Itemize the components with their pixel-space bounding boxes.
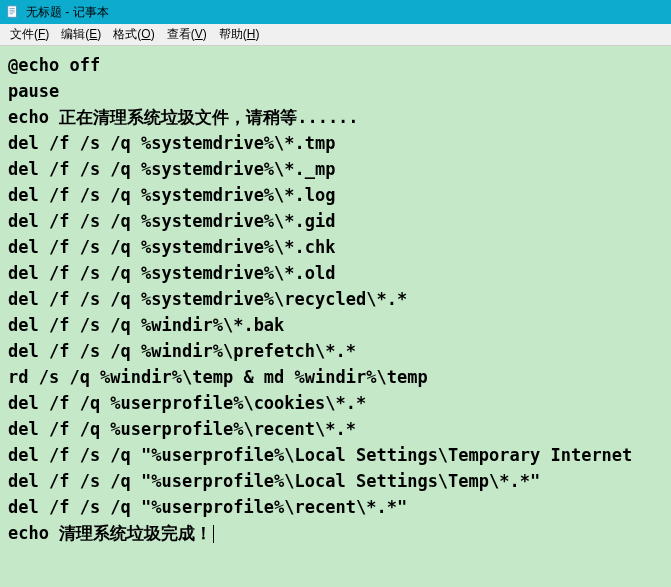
text-caret <box>213 525 214 543</box>
text-editor-area[interactable]: @echo off pause echo 正在清理系统垃圾文件，请稍等.....… <box>0 46 671 587</box>
titlebar[interactable]: 无标题 - 记事本 <box>0 0 671 24</box>
menu-help[interactable]: 帮助(H) <box>213 24 266 45</box>
svg-rect-0 <box>8 6 17 17</box>
menu-edit[interactable]: 编辑(E) <box>55 24 107 45</box>
menubar: 文件(F) 编辑(E) 格式(O) 查看(V) 帮助(H) <box>0 24 671 46</box>
window-title: 无标题 - 记事本 <box>26 4 109 21</box>
menu-format[interactable]: 格式(O) <box>107 24 160 45</box>
menu-view[interactable]: 查看(V) <box>161 24 213 45</box>
notepad-icon <box>6 5 20 19</box>
menu-file[interactable]: 文件(F) <box>4 24 55 45</box>
